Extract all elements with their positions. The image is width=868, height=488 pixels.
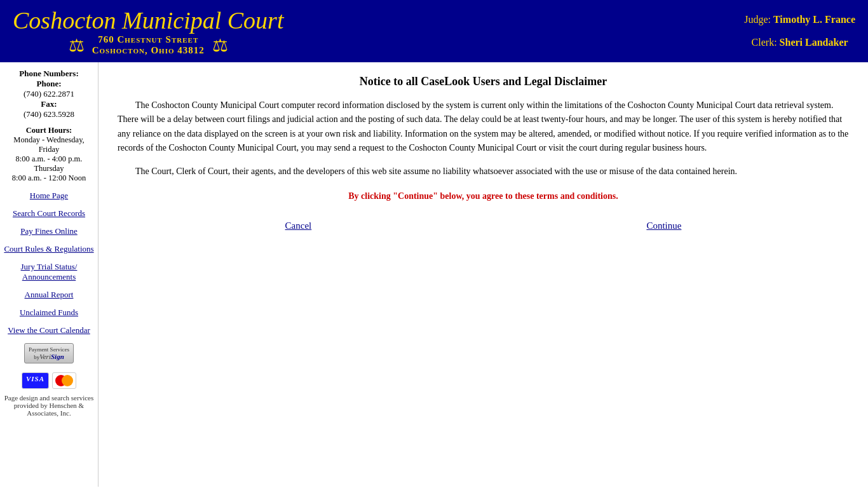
phone-label: Phone:: [3, 79, 95, 89]
disclaimer-paragraph1: The Coshocton County Municipal Court com…: [118, 98, 849, 156]
hours-line5: 8:00 a.m. - 12:00 Noon: [3, 173, 95, 183]
nav-home-link[interactable]: Home Page: [3, 191, 95, 201]
hours-section: Court Hours: Monday - Wednesday, Friday …: [3, 126, 95, 183]
payment-cards: VISA: [3, 372, 95, 389]
address-line1: 760 Chestnut Street: [92, 34, 205, 45]
nav-annual-link[interactable]: Annual Report: [3, 290, 95, 300]
page-header: Coshocton Municipal Court ⚖ 760 Chestnut…: [0, 0, 868, 62]
cancel-link[interactable]: Cancel: [285, 220, 312, 231]
judge-info: Judge: Timothy L. France: [744, 14, 855, 25]
fax-number: (740) 623.5928: [3, 109, 95, 119]
nav-pay-link[interactable]: Pay Fines Online: [3, 226, 95, 236]
header-address: 760 Chestnut Street Coshocton, Ohio 4381…: [92, 34, 205, 56]
visa-card: VISA: [22, 372, 49, 389]
hours-title: Court Hours:: [3, 126, 95, 135]
mc-circle-right: [62, 375, 73, 386]
sidebar-footer-text: Page design and search services provided…: [3, 394, 95, 417]
sidebar: Phone Numbers: Phone: (740) 622.2871 Fax…: [0, 62, 98, 487]
verisign-name: byVeriSign: [29, 353, 69, 360]
payment-services: Payment Services byVeriSign: [3, 343, 95, 367]
action-row: Cancel Continue: [118, 220, 849, 231]
nav-rules-link[interactable]: Court Rules & Regulations: [3, 244, 95, 254]
nav-jury-link[interactable]: Jury Trial Status/ Announcements: [3, 262, 95, 282]
clerk-info: Clerk: Sheri Landaker: [744, 37, 855, 48]
agree-text: By clicking "Continue" below, you agree …: [118, 191, 849, 201]
fax-sub-label: Fax:: [41, 99, 57, 109]
hours-line1: Monday - Wednesday,: [3, 135, 95, 145]
continue-link[interactable]: Continue: [646, 220, 681, 231]
page-layout: Phone Numbers: Phone: (740) 622.2871 Fax…: [0, 62, 868, 487]
scales-right-icon: ⚖: [212, 35, 228, 56]
header-right: Judge: Timothy L. France Clerk: Sheri La…: [744, 14, 855, 48]
disclaimer-paragraph2: The Court, Clerk of Court, their agents,…: [118, 165, 849, 179]
phone-section-title: Phone Numbers:: [3, 69, 95, 79]
verisign-by-text: Payment Services: [29, 346, 69, 353]
main-content: Notice to all CaseLook Users and Legal D…: [98, 62, 868, 487]
address-line2: Coshocton, Ohio 43812: [92, 45, 205, 56]
header-address-row: ⚖ 760 Chestnut Street Coshocton, Ohio 43…: [69, 34, 228, 56]
mastercard-card: [52, 372, 76, 389]
nav-search-link[interactable]: Search Court Records: [3, 208, 95, 219]
clerk-name: Sheri Landaker: [780, 37, 848, 48]
hours-line4: Thursday: [3, 164, 95, 173]
judge-label: Judge:: [744, 14, 771, 25]
judge-name: Timothy L. France: [773, 14, 855, 25]
phone-number: (740) 622.2871: [3, 89, 95, 99]
nav-calendar-link[interactable]: View the Court Calendar: [3, 325, 95, 336]
verisign-badge: Payment Services byVeriSign: [24, 343, 74, 363]
court-title: Coshocton Municipal Court: [13, 6, 283, 34]
notice-title: Notice to all CaseLook Users and Legal D…: [118, 75, 849, 88]
nav-unclaimed-link[interactable]: Unclaimed Funds: [3, 308, 95, 318]
fax-label: Fax:: [3, 99, 95, 109]
clerk-label: Clerk:: [752, 37, 777, 48]
phone-sub-label: Phone:: [37, 79, 62, 88]
hours-line2: Friday: [3, 145, 95, 154]
hours-line3: 8:00 a.m. - 4:00 p.m.: [3, 154, 95, 164]
scales-left-icon: ⚖: [69, 35, 85, 56]
header-left: Coshocton Municipal Court ⚖ 760 Chestnut…: [13, 6, 283, 56]
phone-section: Phone Numbers: Phone: (740) 622.2871 Fax…: [3, 69, 95, 119]
